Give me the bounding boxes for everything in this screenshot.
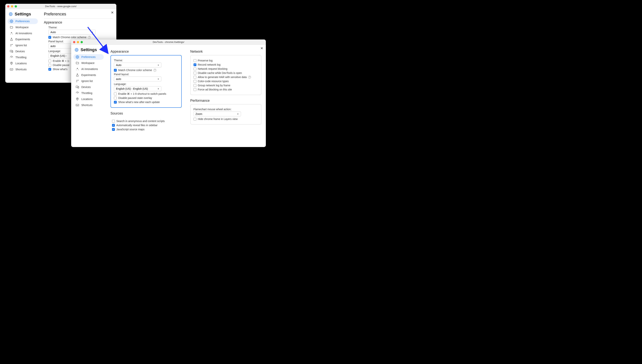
sidebar-item-label: Preferences [81, 56, 95, 58]
help-icon[interactable]: ? [88, 36, 91, 39]
settings-title: Settings [81, 48, 97, 52]
js-maps-checkbox[interactable] [112, 128, 115, 131]
maximize-icon[interactable] [15, 5, 17, 8]
svg-point-2 [11, 21, 12, 22]
settings-title: Settings [15, 12, 31, 16]
flask-icon [76, 73, 79, 77]
folder-icon [76, 61, 79, 65]
sidebar-item-label: Devices [81, 86, 91, 88]
svg-rect-27 [76, 86, 78, 88]
performance-heading: Performance [190, 99, 262, 103]
theme-label: Theme: [48, 26, 113, 29]
panel-layout-value: auto [116, 78, 121, 80]
close-settings-button[interactable]: ✕ [111, 11, 114, 14]
close-icon[interactable] [73, 41, 75, 43]
sidebar-item-throttling[interactable]: Throttling [73, 90, 104, 96]
auto-reveal-checkbox[interactable] [112, 124, 115, 127]
hide-chrome-checkbox[interactable] [193, 118, 196, 120]
close-settings-button[interactable]: ✕ [260, 47, 263, 50]
flame-select[interactable]: Zoom ▼ [193, 112, 241, 116]
match-chrome-checkbox[interactable] [48, 36, 51, 39]
har-sensitive-checkbox[interactable] [193, 76, 196, 78]
theme-select[interactable]: Auto ▼ [48, 30, 95, 34]
show-whats-new-checkbox[interactable] [114, 101, 117, 104]
help-icon[interactable]: ? [248, 76, 251, 78]
chevron-down-icon: ▼ [157, 78, 159, 80]
filter-icon [10, 44, 13, 47]
enable-shortcut-checkbox[interactable] [114, 92, 117, 95]
sidebar-item-experiments[interactable]: Experiments [8, 36, 38, 42]
theme-select[interactable]: Auto ▼ [114, 62, 161, 68]
flame-label: Flamechart mouse wheel action: [193, 108, 258, 111]
page-title: Preferences [44, 12, 113, 18]
maximize-icon[interactable] [81, 41, 83, 43]
devtools-logo-icon [9, 12, 13, 16]
sidebar-item-workspace[interactable]: Workspace [8, 24, 38, 30]
force-ad-checkbox[interactable] [193, 88, 196, 91]
group-frame-checkbox[interactable] [193, 84, 196, 87]
sidebar-item-locations[interactable]: Locations [73, 96, 104, 102]
gear-icon [10, 20, 13, 23]
sidebar-item-ignore-list[interactable]: Ignore list [8, 42, 38, 48]
sidebar-item-ai-innovations[interactable]: AI innovations [73, 66, 104, 72]
network-heading: Network [190, 50, 262, 54]
flame-value: Zoom [196, 112, 202, 116]
show-whats-new-checkbox[interactable] [48, 68, 51, 71]
flask-icon [10, 38, 13, 41]
req-blocking-checkbox[interactable] [193, 68, 196, 70]
enable-shortcut-checkbox[interactable] [48, 60, 51, 62]
close-icon[interactable] [7, 5, 10, 8]
minimize-icon[interactable] [11, 5, 13, 8]
svg-rect-8 [10, 50, 12, 52]
language-select[interactable]: English (US) - English (US) ▼ [114, 86, 161, 91]
disable-cache-checkbox[interactable] [193, 72, 196, 74]
search-anon-checkbox[interactable] [112, 120, 115, 122]
chevron-down-icon: ▼ [157, 64, 159, 66]
sources-heading: Sources [111, 112, 182, 116]
sparkle-icon [76, 67, 79, 71]
disable-paused-checkbox[interactable] [114, 97, 117, 100]
sidebar-item-shortcuts[interactable]: Shortcuts [8, 66, 38, 72]
sidebar-item-preferences[interactable]: Preferences [73, 54, 104, 60]
sidebar-item-label: Ignore list [16, 44, 27, 47]
preserve-log-checkbox[interactable] [193, 59, 196, 62]
sidebar-item-locations[interactable]: Locations [8, 60, 38, 66]
svg-rect-32 [76, 104, 79, 106]
svg-point-12 [11, 62, 12, 63]
sidebar: Settings PreferencesWorkspaceAI innovati… [71, 45, 106, 147]
sidebar-item-ai-innovations[interactable]: AI innovations [8, 30, 38, 36]
match-chrome-label: Match Chrome color scheme [118, 69, 152, 72]
theme-value: Auto [51, 31, 56, 34]
pin-icon [10, 62, 13, 65]
sidebar-item-label: Experiments [81, 74, 96, 76]
sidebar-item-ignore-list[interactable]: Ignore list [73, 78, 104, 84]
traffic-lights[interactable] [73, 41, 83, 43]
svg-point-1 [10, 13, 11, 15]
gear-icon [76, 55, 79, 59]
color-code-checkbox[interactable] [193, 80, 196, 83]
sidebar-item-workspace[interactable]: Workspace [73, 60, 104, 66]
enable-shortcut-label: Enable ⌘ + 1-9 shortcut to switch panels [118, 92, 166, 95]
sidebar-item-experiments[interactable]: Experiments [73, 72, 104, 78]
help-icon[interactable]: ? [153, 69, 156, 72]
gauge-icon [10, 56, 13, 59]
sidebar-item-label: Locations [16, 62, 27, 65]
devices-icon [10, 50, 13, 53]
minimize-icon[interactable] [77, 41, 79, 43]
sidebar-item-label: AI innovations [16, 32, 32, 35]
window-title: DevTools - chrome://settings/ [73, 40, 264, 44]
sidebar-item-devices[interactable]: Devices [73, 84, 104, 90]
appearance-card: Theme: Auto ▼ Match Chrome color scheme … [111, 55, 182, 108]
match-chrome-checkbox[interactable] [114, 69, 117, 72]
record-log-checkbox[interactable] [193, 63, 196, 66]
panel-layout-label: Panel layout: [114, 73, 178, 76]
sidebar-item-label: Experiments [16, 38, 30, 41]
panel-layout-select[interactable]: auto ▼ [114, 76, 161, 82]
sidebar-item-devices[interactable]: Devices [8, 48, 38, 54]
traffic-lights[interactable] [7, 5, 17, 8]
sidebar-item-preferences[interactable]: Preferences [8, 18, 38, 24]
sidebar-item-shortcuts[interactable]: Shortcuts [73, 102, 104, 108]
disable-paused-checkbox[interactable] [48, 64, 51, 66]
sidebar-item-throttling[interactable]: Throttling [8, 54, 38, 60]
sidebar-item-label: Shortcuts [81, 104, 92, 106]
